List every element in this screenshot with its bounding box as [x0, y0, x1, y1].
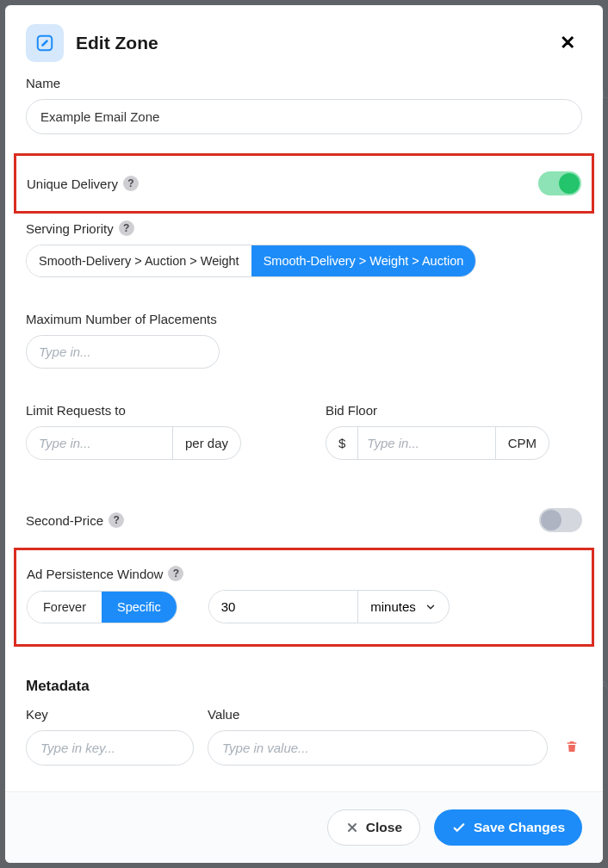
save-changes-button[interactable]: Save Changes [434, 809, 582, 846]
ad-persistence-mode-forever[interactable]: Forever [28, 592, 102, 623]
second-price-toggle[interactable] [539, 508, 582, 532]
close-icon [345, 821, 359, 834]
metadata-row [26, 730, 582, 766]
chevron-down-icon [425, 601, 437, 613]
serving-priority-option-0[interactable]: Smooth-Delivery > Auction > Weight [27, 245, 251, 276]
name-input[interactable] [26, 99, 582, 134]
bid-floor-suffix: CPM [495, 427, 549, 459]
save-changes-label: Save Changes [474, 820, 565, 835]
ad-persistence-label: Ad Persistence Window [27, 567, 163, 581]
ad-persistence-highlight: Ad Persistence Window ? Forever Specific… [14, 548, 594, 647]
unique-delivery-toggle[interactable] [538, 171, 581, 195]
edit-zone-modal: Edit Zone ✕ Name Unique Delivery ? Servi… [5, 5, 603, 863]
help-icon[interactable]: ? [119, 220, 134, 236]
modal-body: Name Unique Delivery ? Serving Priority … [5, 71, 603, 791]
serving-priority-option-1[interactable]: Smooth-Delivery > Weight > Auction [251, 245, 476, 276]
edit-icon [26, 24, 64, 62]
close-icon[interactable]: ✕ [553, 28, 582, 58]
max-placements-label: Maximum Number of Placements [26, 312, 582, 326]
help-icon[interactable]: ? [168, 566, 183, 581]
help-icon[interactable]: ? [109, 512, 124, 528]
check-icon [451, 820, 467, 835]
name-label: Name [26, 76, 582, 90]
limit-requests-group: per day [26, 426, 241, 460]
bid-floor-prefix: $ [326, 427, 358, 459]
metadata-value-label: Value [208, 707, 549, 722]
unique-delivery-label: Unique Delivery [27, 177, 118, 191]
trash-icon[interactable] [561, 735, 582, 761]
add-meta-key-button[interactable]: ＋ Add Another Meta Key [26, 784, 582, 791]
serving-priority-group: Smooth-Delivery > Auction > Weight Smoot… [26, 245, 476, 277]
ad-persistence-mode-specific[interactable]: Specific [102, 592, 177, 623]
second-price-label: Second-Price [26, 513, 103, 528]
serving-priority-label: Serving Priority [26, 221, 114, 236]
ad-persistence-duration-group: minutes [208, 590, 450, 623]
close-button[interactable]: Close [327, 809, 420, 846]
modal-title: Edit Zone [76, 33, 553, 53]
plus-icon: ＋ [34, 784, 52, 791]
modal-footer: Close Save Changes [5, 791, 603, 863]
metadata-value-input[interactable] [208, 730, 548, 766]
ad-persistence-unit-label: minutes [370, 599, 416, 614]
modal-header: Edit Zone ✕ [5, 5, 603, 71]
metadata-key-input[interactable] [26, 730, 194, 766]
metadata-heading: Metadata [26, 678, 582, 695]
bid-floor-input[interactable] [358, 427, 494, 459]
close-button-label: Close [366, 820, 402, 835]
limit-requests-suffix: per day [172, 427, 240, 459]
bid-floor-group: $ CPM [326, 426, 549, 460]
unique-delivery-highlight: Unique Delivery ? [14, 153, 594, 214]
ad-persistence-value-input[interactable] [209, 591, 357, 623]
limit-requests-label: Limit Requests to [26, 403, 282, 418]
ad-persistence-mode-group: Forever Specific [27, 591, 177, 623]
help-icon[interactable]: ? [123, 176, 139, 191]
limit-requests-input[interactable] [27, 427, 172, 459]
ad-persistence-unit-select[interactable]: minutes [357, 591, 449, 623]
max-placements-input[interactable] [26, 335, 220, 369]
metadata-key-label: Key [26, 707, 194, 722]
bid-floor-label: Bid Floor [326, 403, 582, 418]
